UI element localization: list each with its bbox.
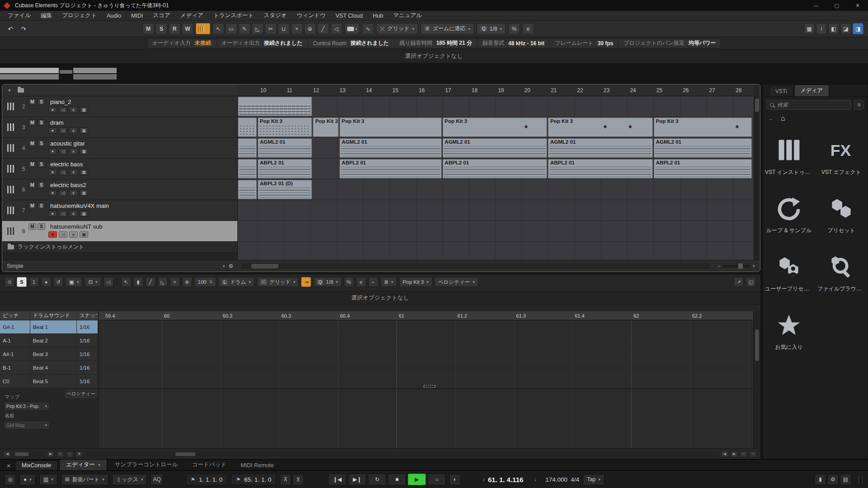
left-zone-toggle-icon[interactable]: ◧ — [828, 23, 839, 34]
monitor-button[interactable]: ◁ — [59, 211, 67, 217]
scrollbar-thumb[interactable] — [755, 99, 759, 112]
zoom-out-icon[interactable]: − — [66, 451, 73, 457]
bottom-tab[interactable]: MixConsole — [15, 460, 58, 470]
zoom-in-icon[interactable]: + — [57, 451, 64, 457]
media-rack-tab[interactable]: VSTi — [769, 86, 793, 96]
automation-r-button[interactable]: R — [169, 23, 180, 34]
tempo-display[interactable]: 174.000 — [546, 476, 568, 483]
folder-track-row[interactable]: ラックインストゥルメント — [2, 242, 237, 253]
record-mode-menu[interactable]: ●▾ — [19, 474, 36, 485]
solo-button[interactable]: S — [38, 223, 45, 230]
event-clip[interactable]: ABPL2 01 (D) — [258, 180, 312, 199]
zoom-in-icon[interactable]: + — [750, 451, 757, 457]
scroll-left-icon[interactable]: ◀ — [4, 451, 11, 457]
settings-gear-icon[interactable]: ⚙ — [827, 474, 839, 485]
menu-item[interactable]: スコア — [148, 11, 175, 20]
zoom-in-icon[interactable]: + — [752, 263, 755, 269]
menu-item[interactable]: Hub — [368, 12, 388, 20]
mute-button[interactable]: M — [28, 140, 36, 147]
menu-item[interactable]: MIDI — [126, 12, 148, 20]
menu-item[interactable]: プロジェクト — [57, 11, 102, 20]
menu-item[interactable]: Audio — [102, 12, 126, 20]
scroll-right-icon[interactable]: ▶ — [47, 451, 54, 457]
project-overview-strip[interactable] — [0, 68, 136, 80]
record-enable-button[interactable]: ● — [48, 231, 57, 238]
track-row[interactable]: 3MSdram●◁e▦ — [2, 117, 237, 138]
automation-w-button[interactable]: W — [182, 23, 193, 34]
drum-sound-row[interactable]: A#-1Beat 31/16 — [0, 347, 98, 361]
zoom-out-icon[interactable]: − — [740, 451, 747, 457]
onscreen-keyboard-icon[interactable]: ▤ — [840, 474, 851, 485]
instrument-icon[interactable]: ▦ — [80, 148, 88, 155]
track-settings-gear-icon[interactable]: ⚙ — [228, 263, 233, 269]
media-tile[interactable]: ファイルブラウザー — [815, 254, 868, 293]
acoustic-feedback-button[interactable]: ◁ — [104, 277, 113, 287]
snap-mode-menu[interactable]: ⤫グリッド▾ — [257, 277, 299, 287]
rewind-button[interactable]: ❙◀ — [328, 474, 346, 485]
event-clip[interactable] — [238, 159, 257, 178]
event-colors-menu[interactable]: ≣▾ — [381, 277, 397, 287]
event-clip[interactable]: AGML2 01 — [443, 138, 547, 158]
monitor-button[interactable]: ◁ — [59, 169, 67, 175]
line-tool[interactable]: ╱ — [317, 23, 329, 34]
quantize-preset-menu[interactable]: Q1/8▾ — [476, 23, 506, 34]
record-enable-button[interactable]: ● — [48, 190, 57, 196]
drumstick-tool[interactable]: ▮ — [133, 277, 143, 287]
auto-select-controllers-menu[interactable]: ▣▾ — [66, 277, 82, 287]
object-selection-tool[interactable]: ↖ — [121, 277, 131, 287]
controller-lane-label[interactable]: ベロシティー — [65, 390, 97, 398]
erase-tool[interactable]: ◺ — [158, 277, 168, 287]
automation-follows-events-button[interactable]: ∿ — [362, 23, 374, 34]
zoom-out-icon[interactable]: − — [717, 263, 721, 269]
media-tile[interactable]: VST インストゥルメント — [763, 138, 815, 176]
monitor-button[interactable]: ◁ — [59, 231, 67, 238]
color-menu-button[interactable]: ▾ — [196, 23, 210, 34]
record-enable-button[interactable]: ● — [48, 169, 57, 175]
record-enable-button[interactable]: ● — [48, 107, 57, 113]
event-clip[interactable]: Pop Kit 3 — [258, 117, 312, 137]
mute-button[interactable]: M — [28, 202, 36, 209]
edit-channel-button[interactable]: e — [69, 231, 78, 238]
event-clip[interactable] — [238, 117, 257, 137]
instrument-icon[interactable]: ▦ — [80, 190, 88, 196]
cycle-record-mode-menu[interactable]: ▥▾ — [39, 474, 57, 485]
scroll-right-icon[interactable]: ▶ — [731, 451, 738, 457]
project-ruler[interactable]: 10111213141516171819202122232425262728 — [238, 84, 754, 96]
media-view-mode-button[interactable]: ≡ — [854, 100, 864, 110]
left-locator-display[interactable]: ⚑ 1. 1. 1. 0 — [186, 474, 227, 485]
comment-tool-button[interactable]: ▾ — [344, 23, 360, 34]
time-signature-display[interactable]: 4/4 — [571, 476, 579, 483]
drum-map-kit-menu[interactable]: Pop Kit 3▾ — [399, 277, 432, 287]
quantize-percent-button[interactable]: % — [508, 23, 520, 34]
media-search-input[interactable]: 検索 — [766, 100, 851, 110]
event-clip[interactable]: ABPL2 01 — [443, 159, 547, 178]
menu-item[interactable]: スタジオ — [259, 11, 292, 20]
snap-menu[interactable]: ⤫グリッド▾ — [376, 23, 418, 34]
record-enable-button[interactable]: ● — [48, 148, 57, 155]
lower-zone-toggle-icon[interactable]: ◪ — [840, 23, 851, 34]
menu-item[interactable]: ファイル — [3, 11, 36, 20]
editor-horizontal-scrollbar[interactable]: ◀ ▶ + − ▼ ◀ ▶ − + — [0, 448, 760, 459]
glue-tool[interactable]: ⊔ — [278, 23, 290, 34]
punch-out-icon[interactable]: ⊻ — [292, 474, 304, 485]
auto-quantize-button[interactable]: AQ — [151, 474, 163, 485]
iterative-quantize-button[interactable]: e — [356, 277, 366, 287]
monitor-button[interactable]: ◁ — [59, 148, 67, 155]
drum-sound-row[interactable]: B-1Beat 41/16 — [0, 361, 98, 375]
erase-tool[interactable]: ◺ — [252, 23, 264, 34]
bottom-tab[interactable]: エディター▾ — [59, 459, 107, 470]
event-clip[interactable]: AGML2 01 — [258, 138, 312, 158]
mute-tool[interactable]: × — [291, 23, 303, 34]
instrument-icon[interactable]: ▦ — [80, 107, 88, 113]
draw-tool[interactable]: ✎ — [239, 23, 250, 34]
mute-button[interactable]: M — [28, 182, 36, 188]
instrument-icon[interactable]: ▦ — [80, 127, 88, 134]
undo-button[interactable]: ↶ — [5, 23, 16, 34]
cycle-button[interactable]: ↻ — [368, 474, 386, 485]
solo-button[interactable]: S — [38, 202, 45, 209]
snap-on-off-button[interactable]: ⇥ — [301, 277, 311, 287]
mute-tool[interactable]: × — [170, 277, 180, 287]
event-clip[interactable] — [238, 180, 257, 199]
menu-item[interactable]: 編集 — [36, 11, 57, 20]
right-locator-display[interactable]: ⚑ 65. 1. 1. 0 — [231, 474, 276, 485]
